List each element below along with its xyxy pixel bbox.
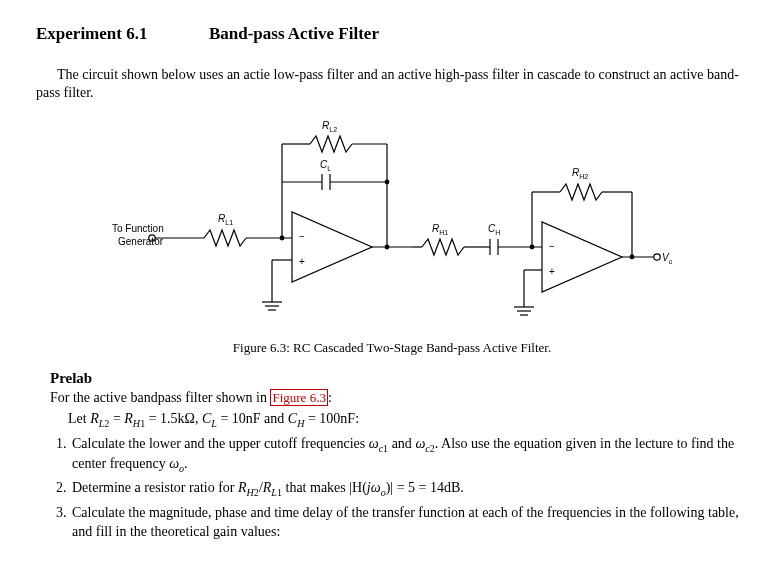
label-CL: CL	[320, 159, 331, 172]
svg-text:+: +	[299, 256, 305, 267]
title-line: Experiment 6.1 Band-pass Active Filter	[36, 24, 748, 44]
svg-point-9	[280, 237, 284, 241]
label-RL2: RL2	[322, 120, 337, 133]
prelab-item-2: Determine a resistor ratio for RH2/RL1 t…	[70, 479, 748, 499]
prelab-let-line: Let RL2 = RH1 = 1.5kΩ, CL = 10nF and CH …	[68, 410, 748, 430]
circuit-svg: − + − + To Function Generator RL1 RL2 CL…	[112, 112, 672, 332]
circuit-figure: − + − + To Function Generator RL1 RL2 CL…	[36, 112, 748, 332]
label-CH: CH	[488, 223, 500, 236]
svg-point-20	[385, 246, 389, 250]
prelab-list: Calculate the lower and the upper cutoff…	[50, 435, 748, 541]
label-RL1: RL1	[218, 213, 233, 226]
label-RH1: RH1	[432, 223, 448, 236]
intro-paragraph: The circuit shown below uses an actie lo…	[36, 66, 748, 102]
experiment-title: Band-pass Active Filter	[209, 24, 379, 43]
svg-text:+: +	[549, 266, 555, 277]
label-RH2: RH2	[572, 167, 588, 180]
prelab-heading: Prelab	[50, 370, 748, 387]
prelab-intro-suffix: :	[328, 390, 332, 405]
svg-point-38	[654, 254, 660, 260]
figure-reference-link[interactable]: Figure 6.3	[270, 389, 327, 406]
prelab-item-3: Calculate the magnitude, phase and time …	[70, 504, 748, 540]
svg-point-37	[630, 256, 634, 260]
prelab-intro: For the active bandpass filter shown in …	[50, 389, 748, 408]
svg-text:−: −	[549, 241, 555, 252]
label-generator: Generator	[118, 236, 164, 247]
svg-text:−: −	[299, 231, 305, 242]
experiment-label: Experiment 6.1	[36, 24, 147, 43]
figure-caption: Figure 6.3: RC Cascaded Two-Stage Band-p…	[36, 340, 748, 356]
label-to-function: To Function	[112, 223, 164, 234]
prelab-intro-prefix: For the active bandpass filter shown in	[50, 390, 270, 405]
label-Vout: Vout	[662, 252, 672, 265]
svg-point-18	[385, 181, 389, 185]
prelab-item-1: Calculate the lower and the upper cutoff…	[70, 435, 748, 475]
